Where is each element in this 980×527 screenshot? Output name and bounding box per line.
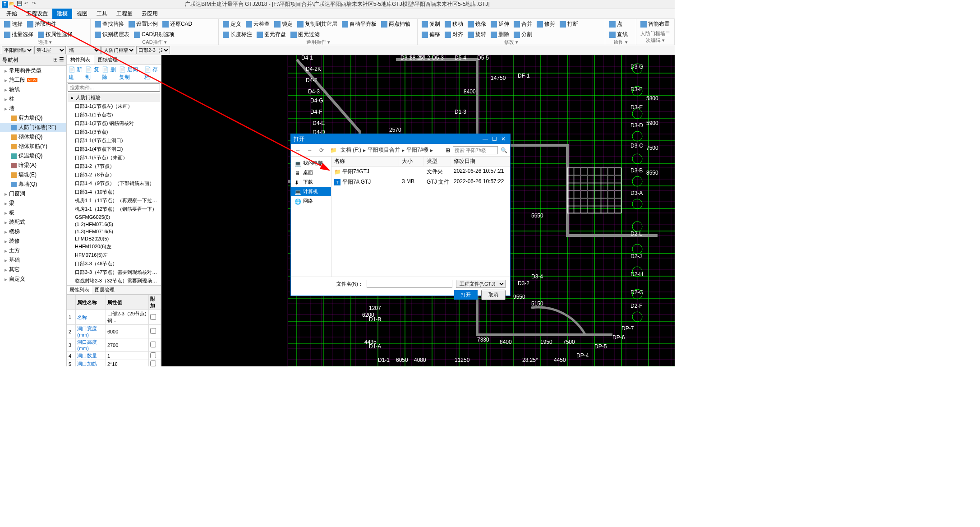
menu-tab-0[interactable]: 开始 [2,9,22,19]
qa-save-icon[interactable]: 💾 [17,1,23,7]
filename-input[interactable] [367,280,452,288]
dialog-close-icon[interactable]: ✕ [499,136,507,142]
tree-item[interactable]: ▸ 土方 [0,246,66,255]
tree-item[interactable]: ▸ 梁 [0,199,66,208]
prop-checkbox[interactable] [150,361,156,366]
component-item[interactable]: (1-3)HFM0716(5) [68,228,160,235]
component-search-input[interactable] [68,83,160,92]
nav-fwd-icon[interactable]: → [305,146,314,155]
tree-item[interactable]: 人防门框墙(RF) [0,123,66,132]
context-dropdown-1[interactable]: 第-1层 [34,46,66,54]
tree-item[interactable]: ▸ 柱 [0,94,66,104]
ribbon-btn[interactable]: 移动 [443,20,465,28]
ribbon-btn[interactable]: 对齐 [443,30,465,39]
component-item[interactable]: 口部1-1(3节点) [68,128,160,136]
nav-refresh-icon[interactable]: ⟳ [317,146,326,155]
tree-item[interactable]: ▸ 轴线 [0,85,66,94]
tree-item[interactable]: ▸ 楼梯 [0,227,66,236]
ribbon-btn[interactable]: 直线 [608,30,629,39]
search-icon[interactable]: 🔍 [501,147,507,153]
component-item[interactable]: GSFMG6025(6) [68,213,160,221]
nav-view-icon[interactable]: ⊞ [446,147,450,153]
component-item[interactable]: 口部1-1(5节点)（未画） [68,153,160,162]
component-item[interactable]: 口部1-4（9节点）（下部钢筋未画） [68,179,160,188]
menu-tab-6[interactable]: 云应用 [137,9,162,19]
menu-tab-2[interactable]: 建模 [52,9,72,19]
prop-row[interactable]: 3洞口高度(mm)2700 [67,338,161,352]
toolbar-btn[interactable]: 📄 存档 [144,66,159,81]
prop-checkbox[interactable] [150,352,156,358]
prop-tab[interactable]: 图层管理 [92,286,117,294]
nav-folder-icon[interactable]: 📁 [329,146,338,155]
menu-tab-3[interactable]: 视图 [72,9,92,19]
dialog-side-item[interactable]: 🖥桌面 [291,168,331,177]
component-item[interactable]: 口部1-4（10节点） [68,188,160,196]
tree-item[interactable]: ▸ 墙 [0,104,66,113]
tree-item[interactable]: 剪力墙(Q) [0,113,66,123]
prop-tab[interactable]: 属性列表 [67,286,92,294]
component-group-header[interactable]: ▲ 人防门框墙 [68,93,160,102]
tree-item[interactable]: ▸ 施工段 NEW [0,75,66,85]
toolbar-btn[interactable]: 📄 新建 [69,66,83,81]
ribbon-btn[interactable]: 合并 [512,20,534,28]
prop-row[interactable]: 4洞口数量1 [67,352,161,360]
tree-item[interactable]: ▸ 自定义 [0,274,66,284]
ribbon-btn[interactable]: 智能布置 [639,20,671,28]
ribbon-btn[interactable]: 点 [608,20,624,28]
tree-item[interactable]: ▸ 装配式 [0,217,66,227]
dialog-side-item[interactable]: ⬇下载 [291,177,331,187]
component-item[interactable]: 口部3-3（47节点）需要到现场核对一下标高 [68,268,160,277]
component-item[interactable]: 机房1-1（12节点）（钢筋要看一下） [68,205,160,213]
dialog-min-icon[interactable]: — [481,136,489,142]
prop-checkbox[interactable] [150,314,156,320]
ribbon-btn[interactable]: 识别楼层表 [93,30,131,39]
dialog-max-icon[interactable]: ☐ [490,136,498,142]
component-item[interactable]: 口部1-1(2节点) 钢筋需核对 [68,119,160,128]
component-item[interactable]: 口部1-1(4节点下洞口) [68,145,160,153]
tree-item[interactable]: ▸ 装修 [0,236,66,246]
file-row[interactable]: 📁平阳7#GTJ文件夹2022-06-26 10:57:21 [331,166,510,177]
qa-redo-icon[interactable]: ↷ [32,1,38,7]
file-row[interactable]: T平阳7#.GTJ3 MBGTJ 文件2022-06-26 10:57:22 [331,177,510,187]
ribbon-btn[interactable]: 修剪 [535,20,557,28]
menu-tab-4[interactable]: 工具 [92,9,112,19]
tree-item[interactable]: ▸ 常用构件类型 [0,66,66,75]
tree-item[interactable]: ▸ 基础 [0,255,66,265]
ribbon-btn[interactable]: 设置比例 [127,20,159,28]
component-item[interactable]: HFM0716(5)左 [68,251,160,259]
ribbon-btn[interactable]: 打断 [558,20,580,28]
ribbon-btn[interactable]: 图元过滤 [289,30,321,39]
nav-back-icon[interactable]: ← [294,146,303,155]
col-name[interactable]: 名称 [331,157,399,166]
toolbar-btn[interactable]: 📄 层间复制 [119,66,143,81]
ribbon-btn[interactable]: 偏移 [420,30,442,39]
tree-item[interactable]: 暗梁(A) [0,161,66,170]
component-item[interactable]: LFMDB2020(5) [68,235,160,242]
breadcrumb-item[interactable]: 平阳项目合并 [368,146,400,154]
ribbon-btn[interactable]: 选择 [3,20,24,28]
ribbon-btn[interactable]: 还原CAD [161,20,193,28]
col-type[interactable]: 类型 [424,157,451,166]
component-item[interactable]: 口部1-1(4节点上洞口) [68,136,160,145]
ribbon-btn[interactable]: 图元存盘 [255,30,287,39]
component-item[interactable]: (1-2)HFM0716(5) [68,221,160,228]
component-item[interactable]: 机房1-1（11节点）（再观察一下拉筋的布置方式 [68,196,160,205]
breadcrumb-item[interactable]: 文档 (F:) [340,146,361,154]
col-size[interactable]: 大小 [399,157,424,166]
filetype-select[interactable]: 工程文件(*.GTJ) [456,280,506,288]
ribbon-btn[interactable]: 锁定 [273,20,294,28]
component-item[interactable]: 口部1-2（8节点） [68,171,160,179]
component-item[interactable]: 临战封堵2-3（32节点）需要到现场核对一下标 [68,277,160,285]
tree-item[interactable]: 保温墙(Q) [0,151,66,161]
menu-tab-5[interactable]: 工程量 [112,9,137,19]
prop-row[interactable]: 2洞口宽度(mm)6000 [67,325,161,338]
dialog-side-item[interactable]: 🌐网络 [291,196,331,206]
ribbon-btn[interactable]: 分割 [512,30,534,39]
component-item[interactable]: 口部1-1(1节点左)（未画） [68,102,160,111]
tree-item[interactable]: ▸ 其它 [0,265,66,274]
ribbon-btn[interactable]: 长度标注 [221,30,253,39]
dialog-side-item[interactable]: 💻计算机 [291,187,331,196]
component-item[interactable]: HHFM1020(6)左 [68,242,160,251]
dialog-side-item[interactable]: 💻我的电脑 [291,158,331,168]
qa-open-icon[interactable]: 📂 [9,1,15,7]
